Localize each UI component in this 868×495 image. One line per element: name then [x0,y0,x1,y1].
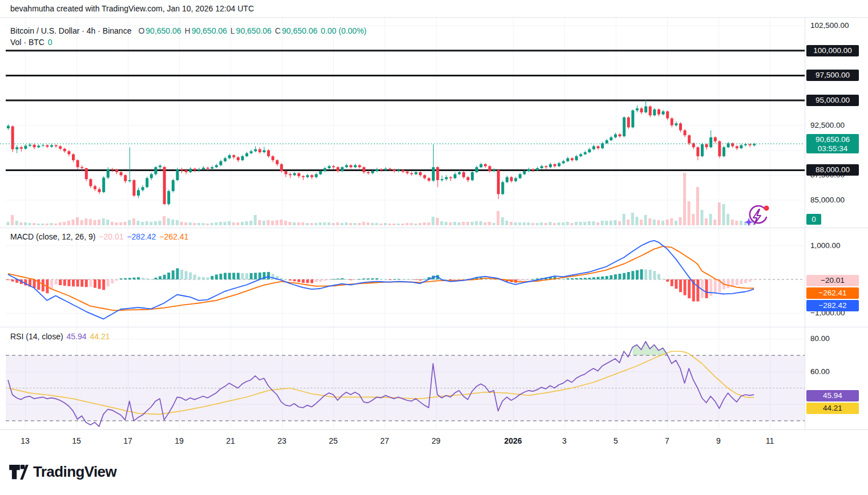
time-axis-label: 2026 [504,436,522,445]
candle [554,164,556,166]
time-axis-label: 13 [21,436,30,445]
rsi-legend-title[interactable]: RSI (14, close) [10,332,65,341]
pane-separator[interactable] [0,327,868,327]
macd-histogram-bar [94,279,96,288]
candle [454,174,457,178]
macd-line [8,241,754,319]
volume-bar [675,221,677,225]
candle [406,172,409,173]
volume-bar [219,222,222,225]
macd-histogram-bar [358,279,361,279]
candle [584,152,587,154]
time-axis-label: 25 [329,436,338,445]
tradingview-wordmark: TradingView [33,463,116,481]
tradingview-logo[interactable]: TradingView [9,463,116,481]
symbol-title[interactable]: Bitcoin / U.S. Dollar · 4h · Binance [10,26,131,35]
time-axis-label: 21 [226,436,235,445]
candle [423,175,426,178]
macd-histogram-bar [393,279,395,280]
candle [85,168,88,179]
notification-dot [764,205,769,210]
macd-histogram-bar [315,279,318,282]
candle [562,161,565,163]
volume-bar [89,219,92,225]
rsi-value-badge: 45.94 [806,390,859,401]
macd-histogram-bar [653,271,656,279]
pane-separator[interactable] [0,228,868,228]
volume-bar [683,173,686,225]
macd-histogram-bar [306,279,309,283]
candle [228,155,231,158]
candle [15,147,18,149]
macd-histogram-bar [293,279,296,281]
macd-histogram-bar [124,278,127,279]
candle [445,177,448,179]
macd-histogram-bar [519,279,522,281]
macd-histogram-bar [679,279,682,292]
volume-bar [393,224,395,225]
volume-bar [376,223,378,225]
volume-bar [627,220,629,225]
volume-bar [11,215,14,225]
volume-bar [601,221,604,225]
macd-histogram-bar [527,279,530,280]
candle [458,172,461,174]
volume-bar [310,223,313,225]
volume-bar [414,224,417,225]
candle [614,134,617,137]
candle [497,170,500,194]
macd-histogram-bar [132,278,135,279]
candle [488,166,491,171]
candle [419,172,422,175]
pane-separator[interactable] [0,17,868,18]
volume-bar [501,217,504,225]
candle [514,178,517,181]
candle [649,107,652,116]
volume-bar [301,222,304,225]
time-axis-label: 19 [175,436,184,445]
volume-bar [583,222,586,225]
candle [98,189,101,192]
macd-histogram-bar [614,274,617,279]
candle [185,170,188,172]
volume-bar [206,224,209,225]
candle [501,182,504,194]
macd-histogram-bar [371,278,374,279]
rsi-axis-label: 80.00 [810,334,830,343]
macd-histogram-bar [50,279,53,289]
volume-bar [527,222,530,225]
volume-bar [236,222,239,225]
volume-legend: Vol · BTC 0 [10,38,54,47]
flash-circle-icon[interactable] [744,203,771,229]
volume-bar [640,220,643,225]
candle [150,174,153,178]
volume-bar [453,222,456,225]
current-price-value: 90,650.06 [806,135,859,144]
candle [414,172,417,174]
candle [159,166,162,168]
macd-histogram-bar [753,279,756,280]
macd-histogram-bar [592,277,595,279]
rsi-legend-value: 45.94 [66,332,86,341]
macd-histogram-bar [575,278,578,279]
volume-bar [471,222,474,225]
volume-legend-label: Vol · BTC [10,38,45,47]
macd-histogram-bar [623,273,625,279]
macd-legend-title[interactable]: MACD (close, 12, 26, 9) [10,232,98,241]
macd-histogram-bar [67,279,70,286]
macd-histogram-bar [367,278,370,279]
candle [749,144,752,145]
macd-histogram-bar [284,279,287,280]
candle [167,191,170,204]
time-axis[interactable]: 1315171921232527292026357911 [0,429,868,454]
volume-bar [371,223,374,225]
price-axis-label: 92,500.00 [810,121,845,129]
chart-canvas[interactable] [0,0,868,456]
macd-histogram-bar [310,279,313,283]
price-level-badge: 95,000.00 [806,95,859,106]
volume-bar [197,223,200,225]
volume-bar [388,224,391,225]
tradingview-chart-page: bevahmutha created with TradingView.com,… [0,0,868,495]
candle [332,166,335,167]
macd-histogram-bar [159,276,162,279]
